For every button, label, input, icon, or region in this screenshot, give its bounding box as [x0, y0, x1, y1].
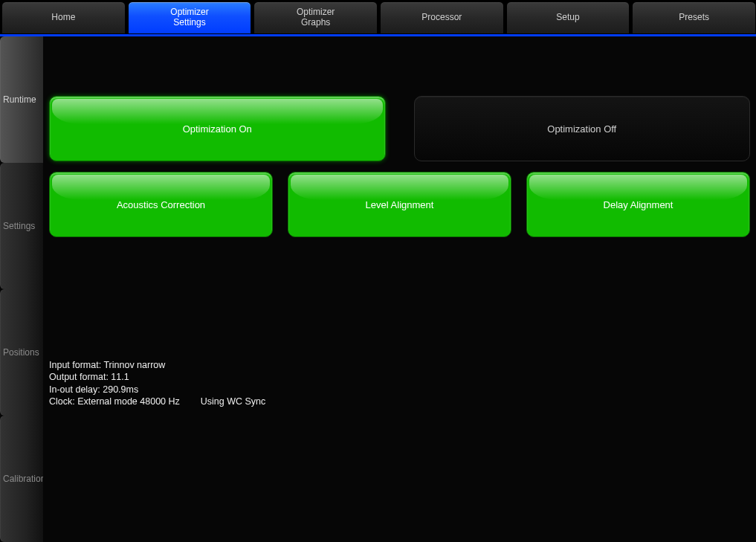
tab-processor[interactable]: Processor	[380, 1, 504, 34]
sidetab-runtime[interactable]: Runtime	[0, 36, 43, 163]
acoustics-correction-button[interactable]: Acoustics Correction	[49, 172, 273, 237]
content-area: Optimization On Optimization Off Acousti…	[43, 36, 756, 542]
tab-optimizer-graphs[interactable]: Optimizer Graphs	[253, 1, 378, 34]
status-clock-mode: Clock: External mode 48000 Hz	[49, 396, 180, 407]
status-input-format: Input format: Trinnov narrow	[49, 359, 750, 371]
sidebar: Runtime Settings Positions Calibration	[0, 36, 43, 542]
sidetab-settings[interactable]: Settings	[0, 163, 43, 289]
tab-optimizer-settings[interactable]: Optimizer Settings	[128, 1, 252, 34]
tab-setup[interactable]: Setup	[506, 1, 630, 34]
status-block: Input format: Trinnov narrow Output form…	[49, 359, 750, 407]
status-inout-delay: In-out delay: 290.9ms	[49, 384, 750, 396]
optimization-off-button[interactable]: Optimization Off	[414, 96, 751, 161]
layout-body: Runtime Settings Positions Calibration O…	[0, 36, 756, 542]
top-nav: Home Optimizer Settings Optimizer Graphs…	[0, 0, 756, 34]
tab-presets[interactable]: Presets	[632, 1, 756, 34]
optimization-toggle-row: Optimization On Optimization Off	[49, 96, 750, 161]
sidetab-positions[interactable]: Positions	[0, 289, 43, 416]
level-alignment-button[interactable]: Level Alignment	[288, 172, 511, 237]
status-clock-line: Clock: External mode 48000 HzUsing WC Sy…	[49, 396, 750, 407]
correction-buttons-row: Acoustics Correction Level Alignment Del…	[49, 172, 750, 237]
optimization-on-button[interactable]: Optimization On	[49, 96, 386, 161]
status-clock-sync: Using WC Sync	[201, 396, 266, 407]
delay-alignment-button[interactable]: Delay Alignment	[526, 172, 750, 237]
sidetab-calibration[interactable]: Calibration	[0, 416, 43, 542]
tab-home[interactable]: Home	[1, 1, 126, 34]
status-output-format: Output format: 11.1	[49, 371, 750, 383]
